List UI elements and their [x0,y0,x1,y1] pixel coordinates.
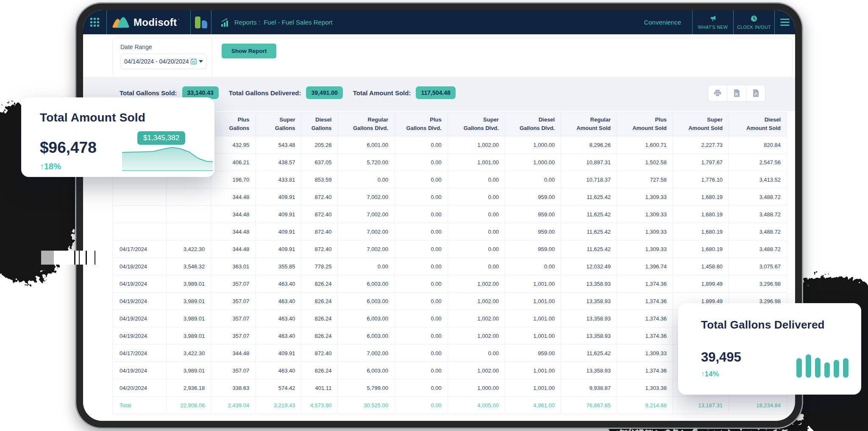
card-delta: ↑18% [40,162,61,171]
store-name[interactable]: Convenience [633,10,692,34]
table-cell: 3,488.72 [729,188,787,206]
clock-in-out-label: CLOCK IN/OUT [737,25,771,30]
whats-new-label: WHAT'S NEW [698,25,728,30]
column-header: SuperGallons [256,112,301,136]
table-row: 344.48409.91872.407,002.000.000.00959.00… [113,188,787,206]
table-cell: 0.00 [395,345,448,362]
summary-value-badge: 117,504.48 [416,86,455,99]
table-cell: 1,001.00 [505,310,561,327]
print-button[interactable] [708,85,727,101]
table-cell: 1,374.36 [617,310,673,327]
table-cell: 1,374.36 [617,327,673,345]
table-cell: 357.07 [211,327,256,345]
table-cell: 826.24 [301,327,338,345]
table-cell: 04/19/2024 [113,327,167,345]
table-cell: 2,547.56 [729,154,787,171]
export-excel-button[interactable] [727,85,746,101]
caret-down-icon[interactable] [199,60,203,63]
table-row: 344.48409.91872.407,002.000.000.00959.00… [113,206,787,223]
table-cell: 205.26 [301,136,338,154]
table-cell: 1,680.19 [673,206,729,223]
table-cell: 1,000.00 [448,379,505,397]
table-cell: 0.00 [448,258,505,275]
table-cell: 463.40 [256,275,301,293]
table-cell: 7,002.00 [338,240,395,258]
card-title: Total Gallons Delivered [701,318,825,332]
apps-grid-button[interactable] [83,10,106,34]
table-row: 344.48409.91872.407,002.000.000.00959.00… [113,223,787,240]
brand-mark: - [178,17,179,21]
table-cell: 344.48 [211,223,256,240]
fragment-line [95,251,95,265]
table-cell: 826.24 [301,275,338,293]
table-cell: 1,458.60 [673,258,729,275]
table-cell: 18,234.84 [729,397,787,414]
whats-new-button[interactable]: WHAT'S NEW [693,10,733,34]
table-cell: 04/20/2024 [113,379,167,397]
module-switch-button[interactable] [191,10,211,34]
table-cell: 409.91 [256,240,301,258]
table-row: 196.70433.81853.590.000.000.000.0010,718… [113,171,787,188]
table-cell: 344.48 [211,345,256,362]
table-cell: 76,867.65 [561,397,617,414]
table-cell: 1,309.33 [617,223,673,240]
menu-button[interactable] [775,10,795,34]
table-cell: 10,897.31 [561,154,617,171]
table-cell: 355.85 [256,258,301,275]
table-cell: 04/17/2024 [113,240,167,258]
bar [796,358,802,378]
table-cell: 4,005.00 [448,397,505,414]
date-range-label: Date Range [120,44,212,50]
show-report-button[interactable]: Show Report [222,44,276,58]
clock-in-out-button[interactable]: CLOCK IN/OUT [734,10,774,34]
table-cell: 1,002.00 [448,293,505,310]
card-delta: ↑14% [701,370,719,379]
summary-label: Total Gallons Sold: [120,89,177,97]
table-cell: 872.40 [301,206,338,223]
summary-label: Total Amount Sold: [353,89,411,97]
table-cell: 357.07 [211,293,256,310]
table-cell: 13,358.93 [561,310,617,327]
table-cell: 463.40 [256,310,301,327]
apps-grid-icon [90,18,99,27]
calendar-icon [190,58,197,65]
brand[interactable]: Modisoft- [107,10,190,34]
table-cell: 1,309.33 [617,240,673,258]
table-cell: 0.00 [395,362,448,379]
table-cell: 2,227.73 [673,136,729,154]
table-cell: 409.91 [256,345,301,362]
table-cell: 3,488.72 [729,206,787,223]
bar [806,354,811,378]
table-cell: 04/18/2024 [113,258,167,275]
date-range-input[interactable]: 04/14/2024 - 04/20/2024 [120,54,207,69]
table-cell: 463.40 [256,293,301,310]
table-cell: 0.00 [395,397,448,414]
table-cell: 7,002.00 [338,223,395,240]
table-cell: 6,001.00 [338,136,395,154]
duo-icon-blue [202,20,207,28]
table-cell: 826.24 [301,362,338,379]
export-pdf-button[interactable] [746,85,765,101]
card-value: 39,495 [701,350,741,365]
column-header: PlusGallons [211,112,256,136]
table-cell: 432.95 [211,136,256,154]
filter-panel: Date Range 04/14/2024 - 04/20/2024 [112,38,793,78]
reports-chart-icon [220,17,230,28]
table-cell [113,188,167,206]
export-toolbar [708,85,765,102]
column-header: PlusGallons Dlvd. [395,112,448,136]
table-cell: 0.00 [448,223,505,240]
table-cell: 0.00 [505,171,561,188]
fragment-gray-square [41,251,54,265]
bar [834,360,839,378]
summary-value-badge: 39,491.00 [306,86,342,99]
fragment-line [86,251,87,265]
table-cell: 3,413.52 [729,171,787,188]
card-title: Total Amount Sold [40,111,145,124]
table-cell: 637.05 [301,154,338,171]
table-cell: 5,720.00 [338,154,395,171]
table-cell: 6,003.00 [338,275,395,293]
pdf-file-icon [752,89,760,97]
table-cell: 778.25 [301,258,338,275]
table-cell: 0.00 [395,310,448,327]
